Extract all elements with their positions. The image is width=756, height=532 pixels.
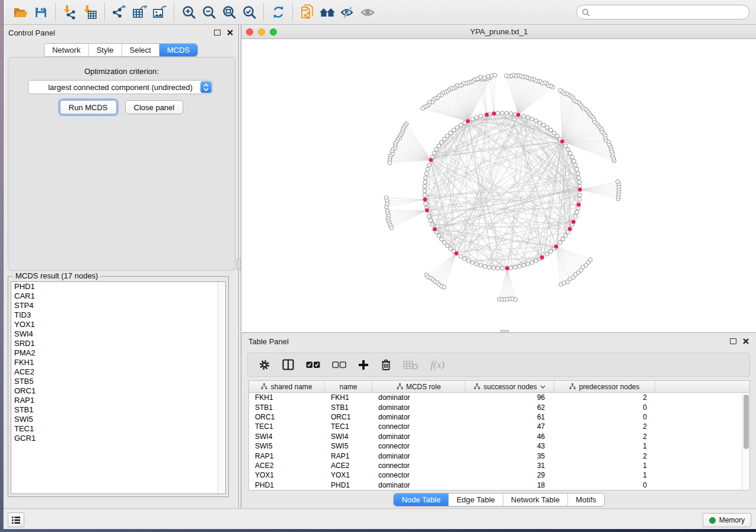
network-node[interactable] <box>483 76 487 80</box>
mcds-hub-node[interactable] <box>484 113 489 117</box>
table-row[interactable]: FKH1FKH1dominator962 <box>249 393 742 402</box>
network-node[interactable] <box>526 116 530 120</box>
network-node[interactable] <box>424 176 428 180</box>
float-panel-icon[interactable] <box>214 30 221 36</box>
network-node[interactable] <box>424 202 428 206</box>
network-node[interactable] <box>439 140 444 145</box>
network-node[interactable] <box>546 252 550 257</box>
network-node[interactable] <box>548 249 553 254</box>
network-node[interactable] <box>474 116 479 120</box>
tab-style[interactable]: Style <box>88 44 122 56</box>
refresh-icon[interactable] <box>268 3 288 22</box>
network-node[interactable] <box>471 261 475 265</box>
network-node[interactable] <box>564 144 568 148</box>
mcds-result-item[interactable]: STP4 <box>11 301 225 310</box>
network-node[interactable] <box>575 210 579 214</box>
column-header-predecessor-nodes[interactable]: predecessor nodes <box>554 381 655 392</box>
network-node[interactable] <box>426 167 430 171</box>
save-icon[interactable] <box>31 3 51 22</box>
table-row[interactable]: SWI4SWI4dominator462 <box>249 432 742 441</box>
network-node[interactable] <box>476 77 480 81</box>
network-node[interactable] <box>555 134 559 138</box>
mcds-hub-node[interactable] <box>554 244 559 249</box>
mcds-result-item[interactable]: TID3 <box>11 310 225 320</box>
mcds-result-item[interactable]: STB5 <box>11 377 225 386</box>
network-node[interactable] <box>504 73 508 78</box>
zoom-in-icon[interactable] <box>178 3 199 22</box>
network-node[interactable] <box>462 257 467 261</box>
network-node[interactable] <box>534 119 538 123</box>
mcds-result-item[interactable]: ORC1 <box>11 386 225 396</box>
show-column-panel-icon[interactable] <box>282 359 294 370</box>
export-image-icon[interactable] <box>149 3 170 22</box>
network-node[interactable] <box>578 180 582 184</box>
network-node[interactable] <box>492 266 496 270</box>
network-node[interactable] <box>487 265 492 270</box>
run-mcds-button[interactable]: Run MCDS <box>60 100 117 114</box>
network-node[interactable] <box>474 262 479 266</box>
network-node[interactable] <box>445 134 449 138</box>
network-node[interactable] <box>558 88 562 92</box>
network-node[interactable] <box>561 237 565 241</box>
hide-edges-icon[interactable] <box>337 3 358 22</box>
mcds-result-item[interactable]: FKH1 <box>11 358 225 367</box>
network-node[interactable] <box>429 219 433 223</box>
mcds-result-item[interactable]: SWI4 <box>11 329 225 339</box>
mcds-hub-node[interactable] <box>540 255 544 260</box>
network-node[interactable] <box>530 261 534 265</box>
delete-column-icon[interactable] <box>381 359 391 371</box>
network-node[interactable] <box>522 114 526 118</box>
column-header-name[interactable]: name <box>325 381 372 392</box>
network-node[interactable] <box>505 111 509 116</box>
close-panel-icon[interactable] <box>227 29 234 36</box>
network-node[interactable] <box>486 75 490 79</box>
network-node[interactable] <box>564 234 568 238</box>
network-node[interactable] <box>427 214 431 219</box>
network-node[interactable] <box>479 264 483 268</box>
network-node[interactable] <box>445 243 449 248</box>
mcds-hub-node[interactable] <box>423 197 428 202</box>
mcds-hub-node[interactable] <box>505 266 509 271</box>
network-node[interactable] <box>432 151 436 155</box>
search-input[interactable] <box>590 8 744 17</box>
network-node[interactable] <box>442 241 446 245</box>
network-node[interactable] <box>388 161 392 165</box>
network-node[interactable] <box>572 159 576 164</box>
mcds-result-item[interactable]: YOX1 <box>11 320 225 329</box>
network-node[interactable] <box>423 193 427 197</box>
mcds-result-item[interactable]: TEC1 <box>11 424 225 434</box>
share-document-icon[interactable] <box>297 3 317 22</box>
mcds-hub-node[interactable] <box>429 158 433 162</box>
table-row[interactable]: ACE2ACE2connector311 <box>249 461 742 470</box>
float-table-panel-icon[interactable] <box>730 338 736 344</box>
mcds-hub-node[interactable] <box>492 111 496 116</box>
network-node[interactable] <box>442 286 446 290</box>
table-row[interactable]: TEC1TEC1connector472 <box>249 422 742 431</box>
mcds-result-list[interactable]: PHD1CAR1STP4TID3YOX1SWI4SRD1PMA2FKH1ACE2… <box>11 281 226 494</box>
network-node[interactable] <box>479 114 483 118</box>
table-row[interactable]: SWI5SWI5connector431 <box>249 441 742 451</box>
export-table-icon[interactable] <box>129 3 149 22</box>
column-header-shared-name[interactable]: shared name <box>249 381 325 392</box>
network-node[interactable] <box>513 265 518 270</box>
zoom-fit-icon[interactable] <box>219 3 239 22</box>
network-node[interactable] <box>423 184 427 188</box>
mcds-result-item[interactable]: STB1 <box>11 405 225 415</box>
network-node[interactable] <box>541 123 546 127</box>
gear-icon[interactable] <box>259 359 270 371</box>
network-node[interactable] <box>439 237 444 241</box>
network-node[interactable] <box>548 128 553 132</box>
network-node[interactable] <box>427 163 431 167</box>
tab-node-table[interactable]: Node Table <box>394 493 448 506</box>
network-node[interactable] <box>448 246 452 251</box>
mcds-result-item[interactable]: ACE2 <box>11 367 225 377</box>
network-node[interactable] <box>423 189 427 193</box>
table-row[interactable]: STB1STB1dominator620 <box>249 402 742 412</box>
network-node[interactable] <box>573 163 578 167</box>
network-node[interactable] <box>546 126 550 130</box>
network-node[interactable] <box>390 226 394 230</box>
network-node[interactable] <box>455 126 460 130</box>
network-node[interactable] <box>459 123 463 127</box>
zoom-out-icon[interactable] <box>199 3 219 22</box>
open-folder-icon[interactable] <box>11 3 31 22</box>
